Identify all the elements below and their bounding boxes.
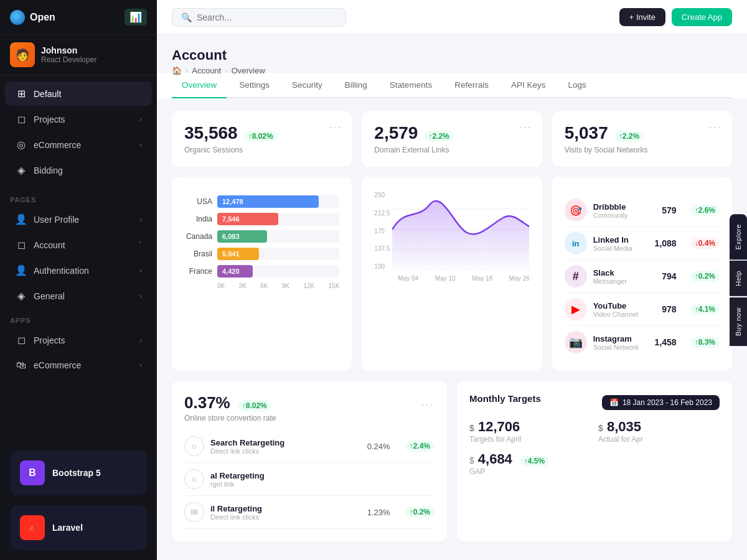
instagram-icon: 📷 <box>565 331 587 353</box>
dribbble-icon: 🎯 <box>565 199 587 222</box>
page-title: Account <box>172 47 732 63</box>
retarget-icon-3: ✉ <box>184 502 204 522</box>
create-app-button[interactable]: Create App <box>672 8 732 26</box>
tab-api-keys[interactable]: API Keys <box>501 73 556 98</box>
youtube-icon: ▶ <box>565 298 587 320</box>
tab-referrals[interactable]: Referrals <box>444 73 499 98</box>
stat-badge-2: ↑2.2% <box>424 131 453 142</box>
sidebar-item-ecommerce[interactable]: ◎ eCommerce › <box>5 133 152 157</box>
side-tabs: Explore Help Buy now <box>730 0 747 560</box>
auth-icon: 👤 <box>15 264 27 276</box>
line-chart-svg <box>392 189 529 270</box>
tab-overview[interactable]: Overview <box>172 73 227 98</box>
bar-row-canada: Canada 6,083 <box>184 230 339 243</box>
tabs-container: Overview Settings Security Billing State… <box>157 73 747 98</box>
sidebar-item-user-profile[interactable]: 👤 User Profile › <box>5 207 152 231</box>
chevron-down-icon-2: › <box>139 141 142 149</box>
logo-icon <box>10 10 25 25</box>
conversion-pct: 0.37% <box>184 393 230 413</box>
line-chart-svg-container <box>392 189 529 273</box>
laravel-label: Laravel <box>52 523 83 533</box>
bar-row-usa: USA 12,478 <box>184 195 339 208</box>
sidebar-item-general[interactable]: ◈ General › <box>5 284 152 308</box>
monthly-targets-card: Monthly Targets 📅 18 Jan 2023 - 16 Feb 2… <box>457 381 732 541</box>
charts-row: USA 12,478 India 7,546 Canada <box>172 177 732 371</box>
retarget-row-2: ○ al Retargeting rget link <box>184 463 435 496</box>
sidebar-item-projects[interactable]: ◻ Projects › <box>5 107 152 131</box>
side-tab-explore[interactable]: Explore <box>730 214 747 259</box>
sidebar-item-bidding[interactable]: ◈ Bidding <box>5 158 152 182</box>
retarget-row-1: ○ Search Retargeting Direct link clicks … <box>184 430 435 463</box>
more-options-2[interactable]: ··· <box>519 121 532 134</box>
grid-icon: ⊞ <box>15 88 27 100</box>
search-icon: 🔍 <box>181 12 192 22</box>
topbar: 🔍 + Invite Create App <box>157 0 747 35</box>
sidebar-item-default[interactable]: ⊞ Default <box>5 82 152 106</box>
slack-icon: # <box>565 265 587 287</box>
tabs: Overview Settings Security Billing State… <box>172 73 732 98</box>
search-box[interactable]: 🔍 <box>172 8 346 27</box>
bar-row-india: India 7,546 <box>184 213 339 225</box>
tab-security[interactable]: Security <box>282 73 332 98</box>
monthly-title: Monthly Targets <box>469 393 541 404</box>
bidding-icon: ◈ <box>15 164 27 176</box>
retarget-row-3: ✉ il Retargeting Direct link clicks 1.23… <box>184 496 435 529</box>
general-icon: ◈ <box>15 290 27 302</box>
tab-settings[interactable]: Settings <box>229 73 280 98</box>
stat-label-2: Domain External Links <box>374 146 529 154</box>
stat-number-2: 2,579 <box>374 123 418 143</box>
bar-row-brasil: Brasil 5,041 <box>184 248 339 260</box>
line-chart-card: 250212.5175137.5100 <box>362 177 542 371</box>
sidebar-item-authentication[interactable]: 👤 Authentication › <box>5 258 152 282</box>
bootstrap-icon: B <box>20 460 45 485</box>
stat-domain-links: 2,579 ↑2.2% Domain External Links ··· <box>362 111 542 167</box>
monthly-grid: $ 12,706 Targets for April $ 8,035 Actua… <box>469 419 720 444</box>
monthly-gap: $ 4,684 ↑4.5% GAP <box>469 451 720 476</box>
sidebar-item-app-ecommerce[interactable]: 🛍 eCommerce › <box>5 353 152 377</box>
sidebar-item-account[interactable]: ◻ Account ˅ <box>5 233 152 257</box>
stat-social-visits: 5,037 ↑2.2% Visits by Social Networks ··… <box>552 111 732 167</box>
date-range-badge: 📅 18 Jan 2023 - 16 Feb 2023 <box>602 395 720 410</box>
side-tab-help[interactable]: Help <box>730 261 747 296</box>
stat-number-3: 5,037 <box>565 123 608 143</box>
bootstrap-banner: B Bootstrap 5 <box>10 450 147 495</box>
social-row-youtube: ▶ YouTube Video Channel 978 ↑4.1% <box>565 293 720 326</box>
monthly-targets: $ 12,706 Targets for April <box>469 419 591 444</box>
user-profile-icon: 👤 <box>15 213 27 225</box>
page-header: Account 🏠 › Account › Overview <box>172 47 732 75</box>
social-row-linkedin: in Linked In Social Media 1,088 ↓0.4% <box>565 227 720 260</box>
laravel-banner: 🔺 Laravel <box>10 505 147 550</box>
search-input[interactable] <box>197 12 337 22</box>
conversion-label: Online store convertion rate <box>184 414 435 422</box>
bootstrap-label: Bootstrap 5 <box>52 468 101 478</box>
social-chart-card: 🎯 Dribbble Community 579 ↑2.6% in Linked… <box>552 177 732 371</box>
tab-logs[interactable]: Logs <box>558 73 596 98</box>
line-y-axis: 250212.5175137.5100 <box>374 189 392 270</box>
conversion-badge: ↑8.02% <box>238 400 271 411</box>
linkedin-icon: in <box>565 232 587 254</box>
side-tab-buy-now[interactable]: Buy now <box>730 297 747 346</box>
social-list: 🎯 Dribbble Community 579 ↑2.6% in Linked… <box>565 194 720 358</box>
account-icon: ◻ <box>15 239 27 251</box>
stat-badge-1: ↑8.02% <box>244 131 278 142</box>
conversion-more[interactable]: ··· <box>421 398 435 411</box>
sidebar-item-app-projects[interactable]: ◻ Projects › <box>5 328 152 352</box>
main-area: 🔍 + Invite Create App Account 🏠 › Accoun… <box>157 0 747 560</box>
app-ecommerce-icon: 🛍 <box>15 360 27 371</box>
social-row-dribbble: 🎯 Dribbble Community 579 ↑2.6% <box>565 194 720 227</box>
apps-section-label: APPS <box>0 309 157 327</box>
bottom-row: 0.37% ↑8.02% ··· Online store convertion… <box>172 381 732 541</box>
conversion-card: 0.37% ↑8.02% ··· Online store convertion… <box>172 381 447 541</box>
invite-button[interactable]: + Invite <box>619 8 665 26</box>
tab-billing[interactable]: Billing <box>335 73 377 98</box>
stats-row: 35,568 ↑8.02% Organic Sessions ··· 2,579… <box>172 111 732 167</box>
chevron-down-icon: › <box>139 115 142 124</box>
more-options-3[interactable]: ··· <box>709 121 722 134</box>
user-name: Johnson <box>41 45 96 55</box>
social-row-instagram: 📷 Instagram Social Network 1,458 ↑8.3% <box>565 326 720 358</box>
topbar-actions: + Invite Create App <box>619 8 732 26</box>
stat-label-3: Visits by Social Networks <box>565 146 720 154</box>
tab-statements[interactable]: Statements <box>380 73 442 98</box>
more-options-1[interactable]: ··· <box>329 121 342 134</box>
chart-button[interactable]: 📊 <box>125 9 147 26</box>
